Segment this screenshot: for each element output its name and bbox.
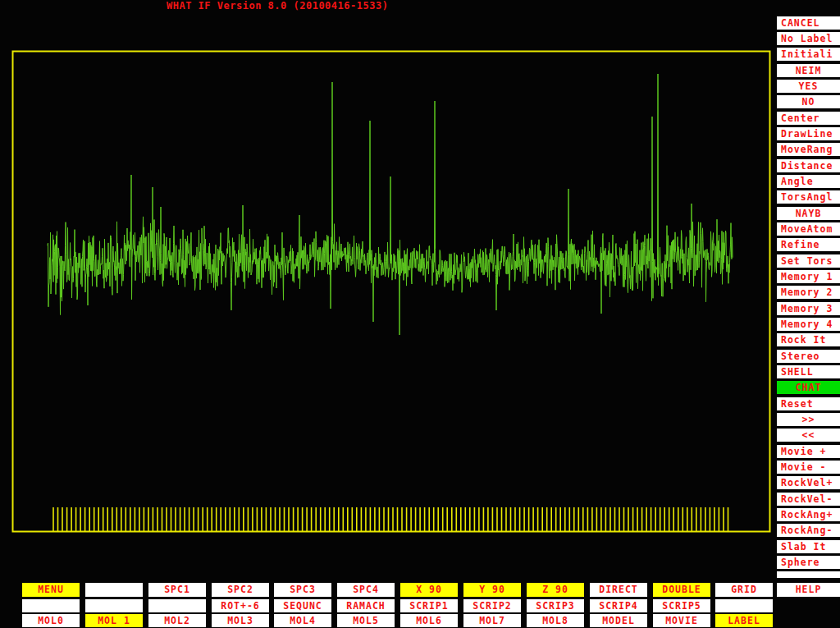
sidebar-item-chat[interactable]: CHAT: [777, 381, 840, 394]
sidebar-item-memory-3[interactable]: Memory 3: [777, 302, 840, 315]
button-scrip3[interactable]: SCRIP3: [527, 599, 584, 612]
sidebar-item-rock-it[interactable]: Rock It: [777, 333, 840, 346]
sidebar-item-distance[interactable]: Distance: [777, 159, 840, 172]
sidebar-item-no-label[interactable]: No Label: [777, 32, 840, 45]
sidebar-item-rockang[interactable]: RockAng+: [777, 508, 840, 521]
button-direct[interactable]: DIRECT: [590, 583, 647, 597]
sidebar-item-neim[interactable]: NEIM: [777, 64, 840, 77]
sidebar-item-blank[interactable]: <<: [777, 429, 840, 442]
sidebar-item-angle[interactable]: Angle: [777, 175, 840, 188]
button-spc2[interactable]: SPC2: [212, 583, 269, 597]
button-scrip1[interactable]: SCRIP1: [400, 599, 458, 612]
button-blank[interactable]: [85, 583, 143, 597]
sidebar-item-nayb[interactable]: NAYB: [777, 207, 840, 220]
sidebar-item-cancel[interactable]: CANCEL: [777, 16, 840, 30]
button-label[interactable]: LABEL: [715, 614, 773, 627]
button-mol5[interactable]: MOL5: [337, 614, 395, 627]
sidebar-item-rockvel[interactable]: RockVel-: [777, 493, 840, 506]
button-grid[interactable]: GRID: [715, 583, 773, 597]
button-scrip4[interactable]: SCRIP4: [590, 599, 647, 612]
sidebar-item-drawline[interactable]: DrawLine: [777, 127, 840, 140]
button-mol6[interactable]: MOL6: [400, 614, 458, 627]
sidebar-item-refine[interactable]: Refine: [777, 238, 840, 251]
sidebar-item-initiali[interactable]: Initiali: [777, 48, 840, 61]
button-mol-1[interactable]: MOL 1: [85, 614, 143, 627]
sidebar-item-no[interactable]: NO: [777, 95, 840, 108]
button-sequnc[interactable]: SEQUNC: [274, 599, 331, 612]
button-scrip2[interactable]: SCRIP2: [463, 599, 521, 612]
button-z-90[interactable]: Z 90: [527, 583, 584, 597]
sidebar-item-yes[interactable]: YES: [777, 80, 840, 93]
sidebar-item-reset[interactable]: Reset: [777, 397, 840, 410]
button-scrip5[interactable]: SCRIP5: [653, 599, 710, 612]
button-mol3[interactable]: MOL3: [212, 614, 269, 627]
button-spc1[interactable]: SPC1: [148, 583, 206, 597]
button-blank[interactable]: [715, 599, 773, 612]
sidebar-item-memory-4[interactable]: Memory 4: [777, 318, 840, 331]
sidebar-item-torsangl[interactable]: TorsAngl: [777, 190, 840, 204]
button-x-90[interactable]: X 90: [400, 583, 458, 597]
button-mol7[interactable]: MOL7: [463, 614, 521, 627]
button-y-90[interactable]: Y 90: [463, 583, 521, 597]
trace-line: [48, 74, 733, 335]
button-blank[interactable]: [22, 599, 80, 612]
button-mol4[interactable]: MOL4: [274, 614, 331, 627]
sidebar-item-help[interactable]: HELP: [777, 583, 840, 597]
button-double[interactable]: DOUBLE: [653, 583, 710, 597]
button-menu[interactable]: MENU: [22, 583, 80, 597]
sidebar-item-shell[interactable]: SHELL: [777, 365, 840, 378]
button-ramach[interactable]: RAMACH: [337, 599, 395, 612]
button-mol0[interactable]: MOL0: [22, 614, 80, 627]
sidebar-item-rockang[interactable]: RockAng-: [777, 524, 840, 537]
sidebar-item-memory-1[interactable]: Memory 1: [777, 270, 840, 283]
sidebar-item-sphere[interactable]: Sphere: [777, 556, 840, 569]
sidebar-item-set-tors[interactable]: Set Tors: [777, 254, 840, 268]
button-blank[interactable]: [148, 599, 206, 612]
sidebar-item-center[interactable]: Center: [777, 112, 840, 125]
button-movie[interactable]: MOVIE: [653, 614, 710, 627]
button-spc3[interactable]: SPC3: [274, 583, 331, 597]
sidebar-item-movie[interactable]: Movie -: [777, 461, 840, 474]
sidebar-item-moverang[interactable]: MoveRang: [777, 143, 840, 156]
plot-canvas[interactable]: [0, 0, 840, 628]
button-spc4[interactable]: SPC4: [337, 583, 395, 597]
sidebar-item-slab-it[interactable]: Slab It: [777, 540, 840, 553]
sidebar-item-stereo[interactable]: Stereo: [777, 350, 840, 363]
sidebar-item-blank[interactable]: >>: [777, 413, 840, 426]
sidebar-item-movie[interactable]: Movie +: [777, 445, 840, 458]
button-mol8[interactable]: MOL8: [527, 614, 584, 627]
sidebar-item-memory-2[interactable]: Memory 2: [777, 286, 840, 299]
sidebar-item-rockvel[interactable]: RockVel+: [777, 476, 840, 489]
plot-border: [13, 52, 770, 532]
button-rot-6[interactable]: ROT+-6: [212, 599, 269, 612]
sidebar-item-blank[interactable]: [777, 571, 840, 578]
button-blank[interactable]: [85, 599, 143, 612]
button-model[interactable]: MODEL: [590, 614, 647, 627]
sidebar-item-moveatom[interactable]: MoveAtom: [777, 222, 840, 236]
sequence-ticks: [53, 507, 728, 531]
button-mol2[interactable]: MOL2: [148, 614, 206, 627]
